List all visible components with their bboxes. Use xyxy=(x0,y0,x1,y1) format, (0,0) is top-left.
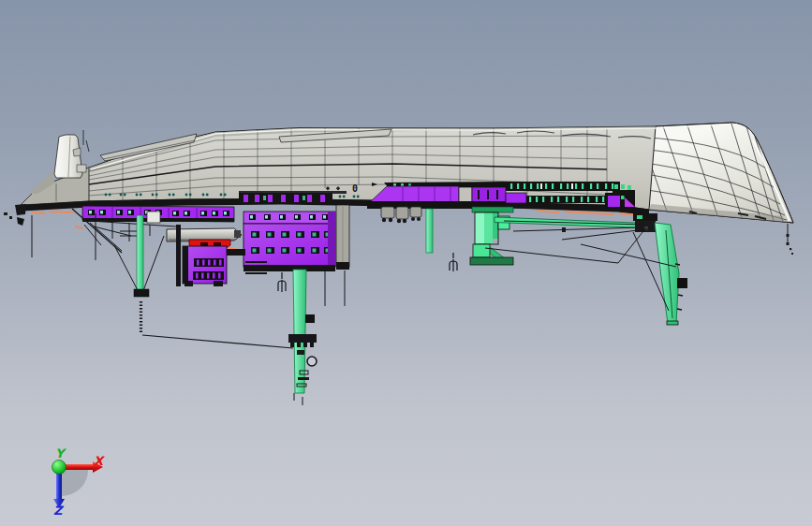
triad-shadow-fan xyxy=(62,470,88,496)
deck-edge-structure-strip[interactable] xyxy=(239,191,347,204)
hanging-machinery[interactable] xyxy=(381,207,421,223)
rigging-cables xyxy=(32,209,676,348)
deckhouse-beam[interactable] xyxy=(82,206,234,223)
z-axis-label: Z xyxy=(53,504,62,518)
cad-viewport[interactable]: 0 Y X Z xyxy=(0,0,812,526)
forward-mast[interactable] xyxy=(134,215,149,334)
orientation-triad[interactable]: Y X Z xyxy=(37,442,122,526)
hanging-green-strip[interactable] xyxy=(426,209,433,253)
deck-marking: 0 xyxy=(352,183,358,195)
gray-column[interactable] xyxy=(336,205,349,270)
center-derrick-column[interactable] xyxy=(288,270,317,405)
bow-funnel-tower[interactable] xyxy=(54,130,89,178)
triad-arrows xyxy=(37,442,122,526)
x-axis-label: X xyxy=(94,454,103,468)
white-box xyxy=(147,212,160,223)
deckhouse-block-a[interactable] xyxy=(244,212,335,274)
origin-ball xyxy=(52,460,66,475)
ship-model[interactable] xyxy=(0,0,812,526)
